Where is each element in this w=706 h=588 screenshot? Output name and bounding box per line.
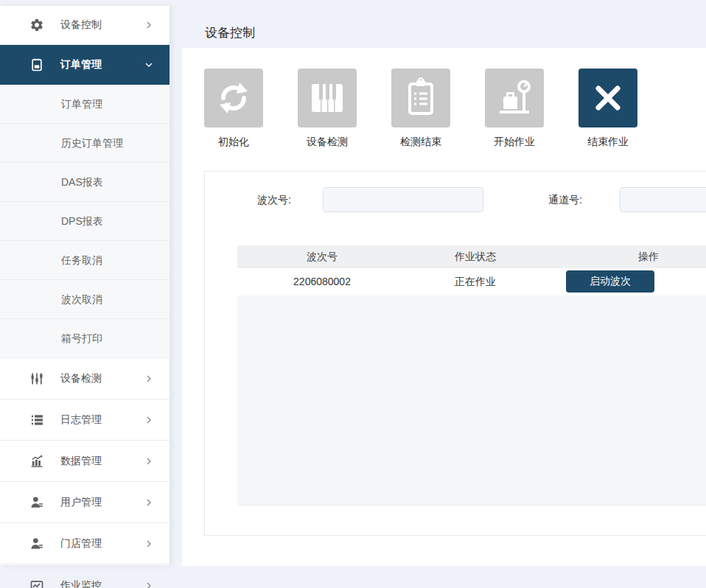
sidebar-item-label: 作业监控 [60, 579, 102, 588]
wave-table: 波次号 作业状态 操作 2206080002 正在作业 启动波次 [237, 245, 706, 506]
notebook-icon [29, 57, 44, 72]
sidebar-submenu: 订单管理 历史订单管理 DAS报表 DPS报表 任务取消 波次取消 箱号打印 [0, 85, 169, 358]
close-icon [584, 74, 632, 122]
user-icon [29, 495, 44, 510]
action-label: 检测结束 [391, 136, 450, 149]
submenu-item-task-cancel[interactable]: 任务取消 [0, 241, 169, 280]
submenu-item-wave-cancel[interactable]: 波次取消 [0, 280, 169, 319]
cell-status: 正在作业 [455, 268, 496, 295]
refresh-icon [210, 74, 257, 122]
chevron-right-icon [143, 19, 155, 31]
action-start-job[interactable]: 开始作业 [485, 69, 544, 149]
sidebar-item-label: 用户管理 [60, 496, 102, 509]
chevron-right-icon [143, 538, 155, 550]
chevron-down-icon [143, 59, 155, 71]
action-square [579, 69, 637, 127]
sidebar-item-user-mgmt[interactable]: 用户管理 [0, 482, 169, 523]
table-empty-area [237, 295, 706, 505]
action-initialize[interactable]: 初始化 [204, 69, 263, 149]
chevron-right-icon [143, 497, 155, 508]
user-icon [29, 536, 44, 551]
action-square [485, 69, 544, 127]
content-card: 初始化 设备检测 [182, 48, 706, 566]
sidebar-item-order-mgmt[interactable]: 订单管理 [0, 45, 169, 85]
submenu-item-order-mgmt[interactable]: 订单管理 [0, 85, 169, 124]
wave-no-input[interactable] [323, 187, 483, 212]
sidebar-item-data-mgmt[interactable]: 数据管理 [0, 441, 169, 482]
action-square [298, 69, 357, 127]
sidebar-item-label: 日志管理 [60, 413, 102, 427]
monitor-chart-icon [29, 578, 44, 588]
sidebar: 设备控制 订单管理 订单管理 历史订单管理 DAS报表 DPS报表 任务取消 波… [0, 6, 169, 565]
channel-no-input[interactable] [620, 187, 706, 212]
action-end-job[interactable]: 结束作业 [579, 69, 637, 149]
sidebar-item-store-mgmt[interactable]: 门店管理 [0, 523, 169, 564]
wave-no-label: 波次号: [257, 187, 291, 212]
bar-chart-icon [29, 454, 44, 469]
column-header-status: 作业状态 [455, 245, 496, 268]
table-row: 2206080002 正在作业 启动波次 [237, 268, 706, 295]
piano-icon [304, 74, 351, 122]
action-device-check[interactable]: 设备检测 [298, 69, 357, 149]
sidebar-item-label: 设备检测 [60, 372, 102, 385]
wave-panel: 波次号: 通道号: 波次号 作业状态 操作 2206080002 正在作业 启动… [204, 171, 706, 536]
scale-icon [491, 74, 538, 122]
sliders-icon [29, 371, 44, 386]
column-header-operation: 操作 [638, 245, 659, 268]
page-title: 设备控制 [205, 24, 255, 41]
clipboard-icon [397, 74, 444, 122]
action-square [204, 69, 263, 127]
submenu-item-history-order-mgmt[interactable]: 历史订单管理 [0, 124, 169, 163]
action-check-end[interactable]: 检测结束 [391, 69, 450, 149]
gear-icon [29, 18, 44, 32]
chevron-right-icon [143, 373, 155, 385]
action-toolbar: 初始化 设备检测 [204, 69, 672, 149]
sidebar-item-label: 订单管理 [60, 58, 102, 71]
numbered-list-icon [29, 413, 44, 427]
column-header-wave-no: 波次号 [307, 245, 338, 268]
start-wave-button[interactable]: 启动波次 [566, 270, 654, 293]
table-header: 波次号 作业状态 操作 [237, 245, 706, 268]
sidebar-item-label: 设备控制 [60, 18, 102, 32]
chevron-right-icon [143, 455, 155, 467]
sidebar-item-device-control[interactable]: 设备控制 [0, 6, 169, 45]
sidebar-item-device-check[interactable]: 设备检测 [0, 358, 169, 399]
action-label: 开始作业 [485, 136, 544, 149]
chevron-right-icon [143, 580, 155, 588]
chevron-right-icon [143, 414, 155, 426]
sidebar-item-label: 数据管理 [60, 455, 102, 468]
sidebar-item-log-mgmt[interactable]: 日志管理 [0, 399, 169, 441]
action-label: 初始化 [204, 136, 263, 149]
action-label: 结束作业 [579, 136, 637, 149]
action-label: 设备检测 [298, 136, 357, 149]
channel-no-label: 通道号: [548, 187, 582, 212]
sidebar-item-job-monitor[interactable]: 作业监控 [0, 565, 169, 588]
submenu-item-box-print[interactable]: 箱号打印 [0, 319, 169, 358]
action-square [391, 69, 450, 127]
sidebar-item-label: 门店管理 [60, 537, 102, 550]
submenu-item-dps-report[interactable]: DPS报表 [0, 202, 169, 241]
submenu-item-das-report[interactable]: DAS报表 [0, 163, 169, 202]
cell-wave-no: 2206080002 [293, 268, 351, 295]
